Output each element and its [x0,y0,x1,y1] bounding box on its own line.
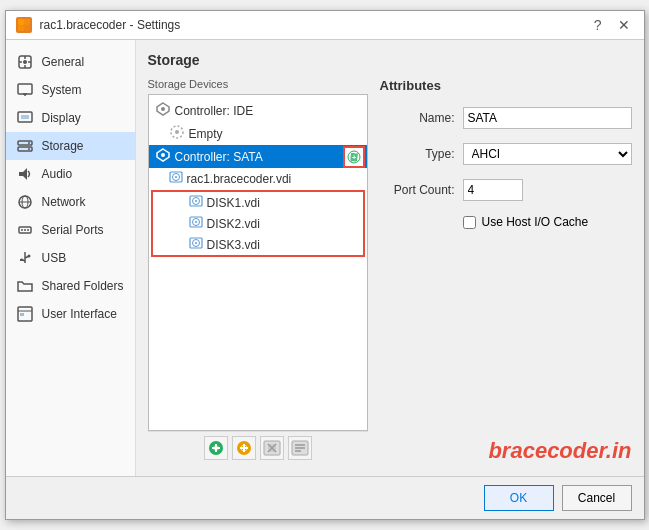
content-area: Storage Devices Controller: IDE [148,78,632,464]
svg-rect-3 [24,25,30,31]
cancel-button[interactable]: Cancel [562,485,632,511]
tree-item-empty[interactable]: Empty [149,122,367,145]
sidebar-item-usb[interactable]: USB [6,244,135,272]
svg-point-30 [27,255,30,258]
title-bar-left: rac1.bracecoder - Settings [16,17,181,33]
tree-item-disk3[interactable]: DISK3.vdi [153,234,363,255]
sata-container: Controller: SATA + [149,145,367,168]
svg-point-18 [28,148,30,150]
sidebar-item-display-label: Display [42,111,81,125]
svg-point-5 [23,60,27,64]
sidebar-item-network-label: Network [42,195,86,209]
sidebar-item-general[interactable]: General [6,48,135,76]
sidebar-display-icon [16,109,34,127]
attr-cache-checkbox[interactable] [463,216,476,229]
attr-type-select[interactable]: AHCI IDE PIIX3 PIIX4 [463,143,632,165]
disk1-icon [189,194,203,211]
sidebar-item-system[interactable]: System [6,76,135,104]
sidebar: GeneralSystemDisplayStorageAudioNetworkS… [6,40,136,476]
svg-rect-34 [20,313,24,316]
svg-point-48 [195,200,197,202]
disk2-icon [189,215,203,232]
sidebar-user-interface-icon [16,305,34,323]
tree-item-disk2-label: DISK2.vdi [207,217,260,231]
sidebar-item-display[interactable]: Display [6,104,135,132]
sidebar-system-icon [16,81,34,99]
sidebar-item-usb-label: USB [42,251,67,265]
attr-name-row: Name: [380,107,632,129]
sidebar-item-system-label: System [42,83,82,97]
attr-cache-label: Use Host I/O Cache [482,215,589,229]
sidebar-item-audio-label: Audio [42,167,73,181]
svg-point-45 [175,176,177,178]
attr-portcount-row: Port Count: [380,179,632,201]
properties-tool-button[interactable] [288,436,312,460]
sidebar-item-storage-label: Storage [42,139,84,153]
sidebar-storage-icon [16,137,34,155]
svg-point-17 [28,142,30,144]
branding-text: bracecoder.in [488,438,631,463]
close-button[interactable]: ✕ [614,17,634,33]
attr-name-input[interactable] [463,107,632,129]
svg-rect-1 [24,19,30,25]
sidebar-network-icon [16,193,34,211]
add-disk-tool-button[interactable] [204,436,228,460]
sidebar-audio-icon [16,165,34,183]
title-controls: ? ✕ [590,17,634,33]
add-disk-button[interactable]: + [343,146,365,168]
sidebar-item-user-interface-label: User Interface [42,307,117,321]
storage-tree[interactable]: Controller: IDE Empty [148,94,368,431]
sidebar-item-audio[interactable]: Audio [6,160,135,188]
tree-item-controller-sata-label: Controller: SATA [175,150,263,164]
sidebar-item-network[interactable]: Network [6,188,135,216]
empty-disk-icon [169,124,185,143]
tree-item-disk1-label: DISK1.vdi [207,196,260,210]
tree-item-rac1-vdi[interactable]: rac1.bracecoder.vdi [149,168,367,189]
main-content: Storage Storage Devices [136,40,644,476]
highlighted-disks-group: DISK1.vdi [151,190,365,257]
sidebar-serial-ports-icon [16,221,34,239]
ok-button[interactable]: OK [484,485,554,511]
sidebar-item-shared-folders-label: Shared Folders [42,279,124,293]
sidebar-item-serial-ports[interactable]: Serial Ports [6,216,135,244]
ide-icon [155,101,171,120]
sata-icon [155,147,171,166]
storage-devices-label: Storage Devices [148,78,368,90]
remove-tool-button[interactable] [260,436,284,460]
svg-point-51 [195,221,197,223]
tree-item-controller-sata[interactable]: Controller: SATA [149,145,367,168]
tree-item-empty-label: Empty [189,127,223,141]
attributes-title: Attributes [380,78,632,93]
attr-cache-row: Use Host I/O Cache [463,215,632,229]
sidebar-item-general-label: General [42,55,85,69]
add-optical-tool-button[interactable] [232,436,256,460]
app-icon [16,17,32,33]
sidebar-item-user-interface[interactable]: User Interface [6,300,135,328]
sidebar-item-storage[interactable]: Storage [6,132,135,160]
attr-type-row: Type: AHCI IDE PIIX3 PIIX4 [380,143,632,165]
sidebar-shared-folders-icon [16,277,34,295]
help-button[interactable]: ? [590,17,606,33]
footer: OK Cancel [6,476,644,519]
storage-toolbar [148,431,368,464]
svg-rect-10 [18,84,32,94]
sidebar-item-shared-folders[interactable]: Shared Folders [6,272,135,300]
svg-point-26 [27,229,29,231]
tree-item-rac1-label: rac1.bracecoder.vdi [187,172,292,186]
tree-item-disk2[interactable]: DISK2.vdi [153,213,363,234]
tree-item-disk1[interactable]: DISK1.vdi [153,192,363,213]
section-title: Storage [148,52,632,68]
attributes-panel: Attributes Name: Type: AHCI IDE PIIX3 P [380,78,632,464]
window-title: rac1.bracecoder - Settings [40,18,181,32]
attr-portcount-label: Port Count: [380,183,455,197]
svg-point-40 [161,153,165,157]
settings-window: rac1.bracecoder - Settings ? ✕ GeneralSy… [5,10,645,520]
tree-item-controller-ide-label: Controller: IDE [175,104,254,118]
svg-rect-0 [18,19,24,25]
attr-type-label: Type: [380,147,455,161]
title-bar: rac1.bracecoder - Settings ? ✕ [6,11,644,40]
tree-item-controller-ide[interactable]: Controller: IDE [149,99,367,122]
svg-point-54 [195,242,197,244]
sidebar-usb-icon [16,249,34,267]
attr-portcount-input[interactable] [463,179,523,201]
